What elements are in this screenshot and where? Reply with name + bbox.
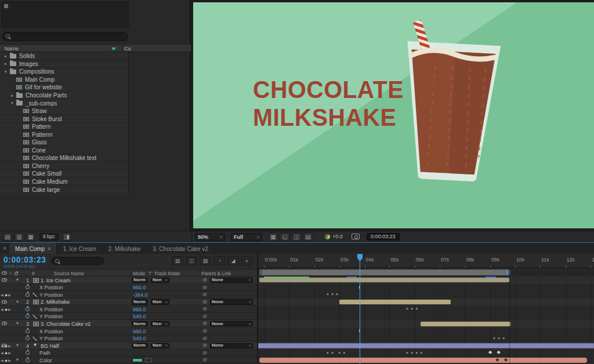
item-label[interactable]: Cake Small	[32, 170, 61, 177]
item-label[interactable]: Pattern	[32, 123, 50, 130]
keyframe[interactable]: ×	[338, 351, 341, 355]
eye-icon[interactable]	[2, 278, 7, 282]
track-matte-dropdown[interactable]: Non	[151, 299, 169, 305]
item-label[interactable]: Solids	[19, 53, 35, 59]
keyframe[interactable]: ×	[327, 292, 329, 297]
project-item[interactable]: Images	[0, 60, 128, 68]
property-value[interactable]: 960.0	[133, 329, 146, 334]
row-name[interactable]: BG Half	[41, 343, 59, 349]
keyframe[interactable]: ×	[415, 307, 418, 311]
timeline-row[interactable]: 1 1. Ice Cream Norm Non None	[0, 276, 257, 284]
row-name[interactable]: 1. Ice Cream	[41, 278, 71, 283]
comp-flowchart-icon[interactable]: ▤	[172, 256, 183, 265]
twirl-icon[interactable]	[5, 54, 10, 59]
property-value[interactable]: 960.0	[133, 285, 146, 290]
eye-icon[interactable]	[2, 300, 7, 304]
row-name[interactable]: Y Position	[39, 336, 63, 341]
keyframe[interactable]: ×	[336, 292, 338, 297]
draft-3d-icon[interactable]: ◫	[186, 256, 197, 265]
property-value[interactable]: -364.0	[133, 292, 148, 298]
stopwatch-icon[interactable]	[26, 329, 30, 333]
property-value[interactable]: 960.0	[133, 307, 146, 312]
pick-whip-icon[interactable]	[202, 314, 207, 319]
row-name[interactable]: 2. Milkshake	[41, 299, 70, 305]
mask-visibility-icon[interactable]: ◫	[291, 232, 302, 241]
project-item[interactable]: Chocolate Parts	[0, 92, 128, 100]
project-item[interactable]: Glass	[0, 139, 128, 147]
item-label[interactable]: Patterrn	[32, 132, 53, 138]
sort-arrow-icon[interactable]	[111, 48, 116, 50]
parent-dropdown[interactable]: None	[210, 321, 253, 327]
transparency-grid-icon[interactable]: ◱	[280, 232, 290, 241]
graph-toggle-icon[interactable]	[32, 293, 37, 297]
pick-whip-icon[interactable]	[202, 292, 207, 297]
pick-whip-icon[interactable]	[202, 285, 207, 290]
keyframe-navigator[interactable]	[1, 307, 12, 311]
mode-column-header[interactable]: Mode	[133, 271, 145, 276]
timeline-row[interactable]: 4 BG Half Norm Non None	[0, 342, 257, 350]
project-item[interactable]: Cake Medium	[0, 178, 128, 186]
item-label[interactable]: _sub-comps	[26, 100, 57, 107]
keyframe[interactable]: ×	[331, 292, 334, 297]
project-bit-depth-button[interactable]: 8 bpc	[39, 233, 59, 241]
project-item[interactable]: Pattern	[0, 123, 128, 131]
keyframe[interactable]: ×	[406, 351, 408, 355]
item-label[interactable]: Glass	[32, 139, 47, 145]
comment-column-header[interactable]: Comp	[124, 46, 131, 52]
timeline-search-input[interactable]	[51, 257, 104, 265]
blend-mode-dropdown[interactable]: Norm	[132, 343, 148, 349]
keyframe[interactable]: ◆	[504, 358, 508, 362]
blend-mode-dropdown[interactable]: Norm	[132, 299, 148, 305]
track-matte-dropdown[interactable]: Non	[151, 343, 169, 349]
row-name[interactable]: X Position	[39, 285, 63, 290]
audio-column-icon[interactable]	[9, 271, 12, 275]
new-composition-icon[interactable]: ▦	[26, 232, 36, 241]
twirl-icon[interactable]	[16, 299, 19, 304]
item-label[interactable]: Cake Medium	[32, 179, 68, 185]
item-label[interactable]: Cherry	[32, 163, 49, 169]
exposure-value[interactable]: +0.0	[332, 234, 343, 239]
twirl-icon[interactable]	[16, 343, 19, 348]
timeline-row[interactable]: X Position 960.0	[0, 284, 257, 292]
viewer-timecode[interactable]: 0:00:03:23	[367, 233, 400, 241]
twirl-icon[interactable]	[11, 93, 16, 98]
snapshot-camera-icon[interactable]	[352, 234, 360, 239]
keyframe[interactable]: ◆	[488, 350, 492, 355]
name-column-header[interactable]: Name	[5, 46, 19, 52]
twirl-icon[interactable]	[16, 321, 19, 326]
keyframe[interactable]: ×	[327, 351, 329, 355]
timeline-tab[interactable]: 1. Ice Cream	[57, 243, 102, 254]
pick-whip-icon[interactable]	[202, 357, 207, 362]
item-label[interactable]: Stoke Burst	[32, 116, 62, 122]
stopwatch-icon[interactable]	[26, 307, 30, 311]
stopwatch-icon[interactable]	[26, 351, 30, 355]
stopwatch-icon[interactable]	[26, 314, 30, 318]
keyframe[interactable]: ◆	[495, 358, 499, 362]
pick-whip-icon[interactable]	[202, 299, 207, 304]
twirl-icon[interactable]	[11, 101, 16, 105]
pick-whip-icon[interactable]	[202, 350, 207, 355]
timeline-row[interactable]: X Position 960.0	[0, 305, 257, 313]
blend-mode-dropdown[interactable]: Norm	[132, 278, 148, 283]
project-item[interactable]: Main Comp	[0, 76, 128, 84]
keyframe[interactable]: ×	[502, 336, 505, 341]
timeline-tab[interactable]: Main Comp	[9, 243, 57, 254]
keyframe[interactable]: ×	[411, 307, 413, 311]
parent-dropdown[interactable]: None	[210, 278, 253, 283]
stopwatch-icon[interactable]	[26, 285, 30, 289]
pick-whip-icon[interactable]	[202, 343, 207, 348]
item-label[interactable]: Gif for website	[25, 84, 62, 90]
timeline-row[interactable]: Y Position -364.0	[0, 291, 257, 299]
row-name[interactable]: Color	[39, 358, 52, 363]
keyframe[interactable]: ×	[406, 307, 408, 311]
item-label[interactable]: Cone	[32, 147, 46, 154]
item-label[interactable]: Compositions	[19, 68, 55, 75]
project-item[interactable]: Straw	[0, 107, 128, 115]
frame-blending-icon[interactable]: ◔	[213, 256, 225, 265]
keyframe[interactable]: ×	[493, 336, 495, 341]
keyframe[interactable]: ×	[498, 336, 500, 341]
column-divider[interactable]	[122, 45, 122, 53]
project-item[interactable]: Stoke Burst	[0, 115, 128, 123]
video-column-icon[interactable]	[2, 271, 7, 275]
new-folder-icon[interactable]: ▥	[14, 232, 24, 241]
